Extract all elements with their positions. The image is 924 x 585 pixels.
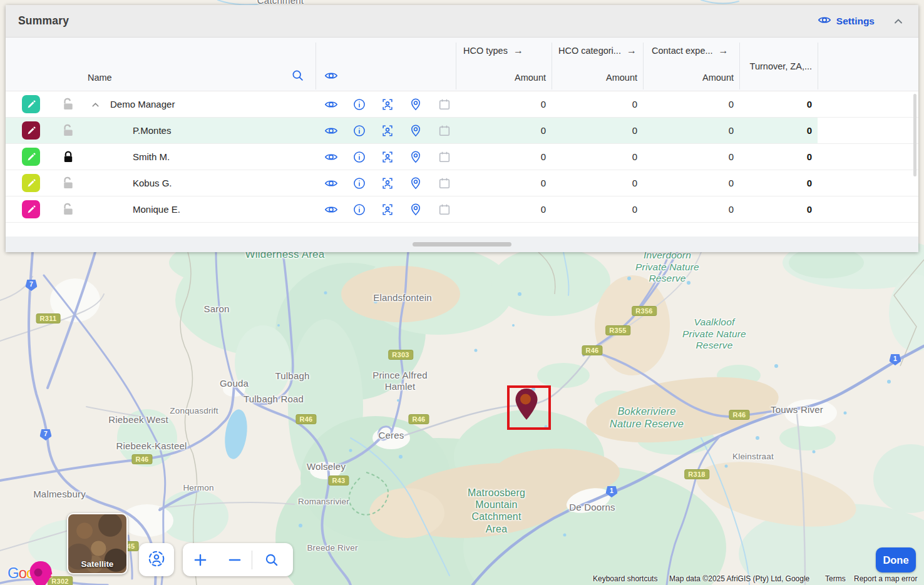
view-eye-icon[interactable] [324,203,338,216]
zoom-out-button[interactable] [217,543,252,576]
row-expand-chevron[interactable] [90,99,101,113]
lock-status [63,150,74,166]
focus-contact-icon[interactable] [381,150,394,164]
lock-open-icon [63,181,74,191]
page-title: Summary [18,14,69,28]
info-icon[interactable] [352,203,366,216]
calendar-icon[interactable] [438,203,451,216]
table-header: HCO types → HCO categori... → Contact ex… [6,38,918,91]
table-row[interactable]: Smith M. 0 [6,144,918,170]
amount-cell: 0 [671,204,734,215]
road-badge: R356 [632,306,657,316]
locate-contact-button[interactable] [139,543,174,576]
visibility-column-eye-icon[interactable] [324,69,338,83]
magenta-marker-pin[interactable] [29,561,52,585]
calendar-icon[interactable] [438,150,451,164]
focus-contact-icon[interactable] [381,203,394,216]
settings-button[interactable]: Settings [818,13,875,29]
amount-cell: 0 [671,99,734,109]
road-badge: R46 [582,345,602,355]
amount-cell: 0 [575,178,637,188]
map-search-button[interactable] [252,543,291,576]
vertical-scrollbar-thumb[interactable] [913,94,916,176]
column-turnover: Turnover, ZA,... [746,61,812,71]
view-eye-icon[interactable] [324,176,338,190]
road-badge: R46 [295,414,316,424]
lock-status [63,124,74,140]
lock-open-icon [63,128,74,139]
amount-cell: 0 [575,125,637,136]
info-icon[interactable] [352,176,366,190]
turnover-cell: 0 [737,204,812,215]
turnover-cell: 0 [737,125,812,136]
row-pencil-button[interactable] [22,200,40,218]
focus-contact-icon[interactable] [381,124,394,138]
keyboard-shortcuts-link[interactable]: Keyboard shortcuts [593,574,657,583]
column-divider [739,43,740,89]
column-group-label: HCO categori... [558,46,621,56]
search-icon[interactable] [291,69,305,83]
row-pencil-button[interactable] [22,148,40,166]
map-zoom-controls [183,543,293,576]
arrow-right-icon[interactable]: → [627,45,637,56]
table-rows: Demo Manager [6,91,918,223]
table-row[interactable]: Demo Manager [6,91,918,118]
info-icon[interactable] [352,98,366,111]
column-group-hco-types[interactable]: HCO types → [463,45,523,56]
map-marker-pin[interactable] [515,388,538,423]
done-button[interactable]: Done [876,547,916,572]
panel-header: Summary Settings [6,5,918,38]
road-badge: R46 [408,414,429,424]
calendar-icon[interactable] [438,124,451,138]
road-badge: R46 [729,410,749,420]
amount-cell: 0 [483,151,546,162]
focus-contact-icon[interactable] [381,176,394,190]
settings-label: Settings [836,16,875,27]
row-name: Demo Manager [110,99,175,109]
row-pencil-button[interactable] [22,174,40,192]
info-icon[interactable] [352,150,366,164]
column-group-hco-categories[interactable]: HCO categori... → [558,45,637,56]
column-amount: Amount [575,73,637,83]
amount-cell: 0 [671,151,734,162]
google-logo-letter: G [8,564,19,582]
column-group-label: HCO types [463,46,508,56]
calendar-icon[interactable] [438,176,451,190]
zoom-in-button[interactable] [183,543,217,576]
column-name: Name [88,73,112,83]
horizontal-scrollbar-thumb[interactable] [413,242,511,247]
terms-link[interactable]: Terms [825,574,846,583]
table-row[interactable]: Kobus G. 0 [6,170,918,196]
focus-contact-icon[interactable] [381,98,394,111]
row-name: Smith M. [133,151,170,162]
report-map-error-link[interactable]: Report a map error [854,574,917,583]
column-group-label: Contact expe... [652,46,713,56]
info-icon[interactable] [352,124,366,138]
location-pin-icon[interactable] [409,98,423,111]
amount-cell: 0 [575,151,637,162]
row-pencil-button[interactable] [22,121,40,140]
view-eye-icon[interactable] [324,98,338,111]
turnover-cell: 0 [737,151,812,162]
row-name: P.Montes [133,125,171,136]
location-pin-icon[interactable] [409,176,423,190]
location-pin-icon[interactable] [409,150,423,164]
road-badge: R311 [36,313,61,323]
lock-status [63,98,74,113]
row-pencil-button[interactable] [22,95,40,113]
column-divider [316,43,316,89]
view-eye-icon[interactable] [324,150,338,164]
location-pin-icon[interactable] [409,203,423,216]
view-eye-icon[interactable] [324,124,338,138]
table-row[interactable]: P.Montes 0 [6,118,918,144]
arrow-right-icon[interactable]: → [513,45,523,56]
location-pin-icon[interactable] [409,124,423,138]
column-group-contact-expenses[interactable]: Contact expe... → [652,45,729,56]
calendar-icon[interactable] [438,98,451,111]
satellite-toggle[interactable]: Satellite [67,513,128,574]
arrow-right-icon[interactable]: → [719,45,729,56]
amount-cell: 0 [671,178,734,188]
road-badge: R46 [131,454,152,464]
collapse-panel-button[interactable] [892,15,905,28]
table-row[interactable]: Monique E. [6,196,918,223]
